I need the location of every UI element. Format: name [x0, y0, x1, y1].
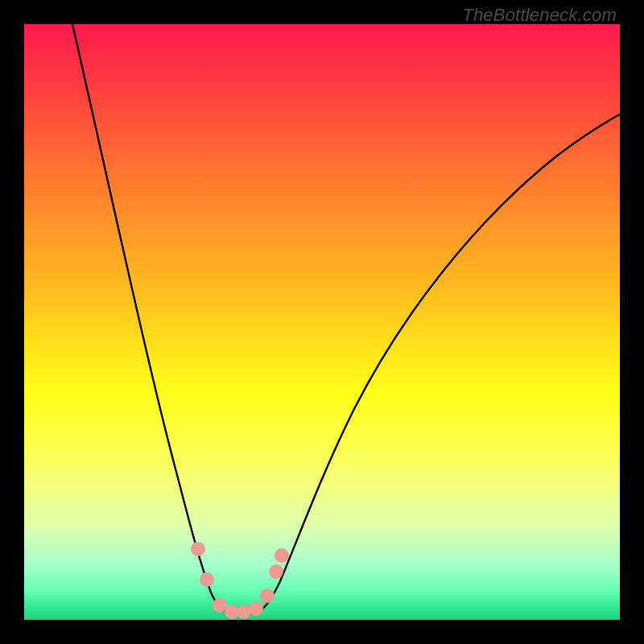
curve-layer	[24, 24, 620, 620]
curve-right	[254, 114, 620, 613]
watermark-text: TheBottleneck.com	[462, 5, 617, 26]
marker-dot	[269, 564, 283, 579]
marker-dot	[191, 542, 205, 556]
marker-dot	[275, 548, 289, 563]
chart-frame: TheBottleneck.com	[0, 0, 644, 644]
marker-dot	[200, 572, 214, 587]
marker-dot	[260, 588, 275, 603]
curve-left	[72, 24, 232, 613]
plot-area	[24, 24, 620, 620]
marker-dot	[249, 601, 263, 616]
